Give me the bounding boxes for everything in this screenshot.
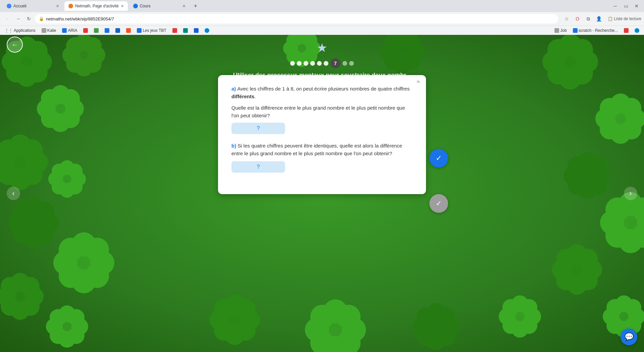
tab-netmath[interactable]: Netmath, Page d'activité ✕	[64, 1, 128, 11]
svg-point-41	[52, 164, 66, 178]
minimize-button[interactable]: ─	[610, 1, 620, 11]
svg-point-71	[21, 297, 40, 316]
svg-point-59	[59, 238, 83, 262]
apps-grid-icon: ⋮⋮	[5, 28, 13, 33]
question-label-b: b)	[231, 143, 237, 149]
bookmark-globe[interactable]	[633, 27, 641, 34]
apps-button[interactable]: ⋮⋮ Applications	[3, 27, 38, 34]
bookmark-maps[interactable]	[92, 27, 101, 34]
bookmark-scratch[interactable]: scratch - Recherche...	[571, 27, 620, 34]
bookmark-ms[interactable]	[124, 27, 133, 34]
question-bold-a: différents	[231, 94, 254, 99]
svg-point-97	[600, 119, 620, 139]
answer-input-a[interactable]: ?	[231, 123, 285, 134]
bookmark-kalie[interactable]: Kalie	[40, 27, 58, 34]
question-text-a-part1: Avec les chiffres de 1 à 8, on peut écri…	[237, 86, 410, 92]
answer-input-b[interactable]: ?	[231, 161, 285, 173]
close-window-button[interactable]: ✕	[632, 1, 641, 11]
svg-point-124	[556, 270, 576, 290]
answer-placeholder-a: ?	[257, 125, 260, 131]
svg-point-77	[50, 309, 66, 326]
bookmark-scratch-label: scratch - Recherche...	[579, 28, 618, 33]
blue2-icon	[205, 28, 209, 33]
reload-button[interactable]: ↻	[24, 14, 34, 23]
bookmark-job[interactable]: Job	[552, 27, 569, 34]
question-section-b: b) Si les quatre chiffres peuvent être i…	[231, 142, 413, 173]
bookmark-star-button[interactable]: ☆	[562, 14, 572, 23]
svg-point-115	[605, 224, 630, 248]
svg-point-106	[568, 176, 586, 195]
reading-list-button[interactable]: 📋 Liste de lecture	[608, 16, 641, 21]
bitwarden-icon	[194, 28, 199, 33]
svg-point-80	[68, 327, 85, 344]
bookmark-aria-icon	[62, 28, 67, 33]
bookmark-red[interactable]	[170, 27, 179, 34]
bookmark-facebook[interactable]	[103, 27, 111, 34]
extensions-button[interactable]: ⧉	[584, 14, 593, 23]
bookmark-aria[interactable]: ARIA	[60, 27, 79, 34]
check-button-b[interactable]: ✓	[429, 194, 448, 213]
tab-favicon-accueil	[7, 4, 11, 8]
scratch-icon	[573, 28, 578, 33]
flag-icon[interactable]: ⚑	[416, 79, 421, 85]
svg-point-167	[310, 305, 334, 329]
svg-point-176	[417, 307, 435, 326]
address-bar[interactable]: 🔒 netmaths.net/wbk/slp/8852E9054/7	[35, 14, 558, 23]
bookmark-k[interactable]	[113, 27, 122, 34]
dot-2	[297, 61, 302, 66]
chat-button[interactable]: 💬	[621, 329, 637, 345]
dot-8	[342, 61, 347, 66]
maps-icon	[94, 28, 99, 33]
main-content: ← ★ 7 Utiliser des processus mentaux pou…	[0, 35, 644, 352]
prev-arrow-icon: ‹	[12, 189, 14, 198]
bookmark-kalie-label: Kalie	[47, 28, 56, 33]
svg-point-123	[578, 249, 598, 269]
tab-accueil[interactable]: Accueil ✕	[3, 1, 63, 11]
bookmarks-bar: ⋮⋮ Applications Kalie ARIA	[0, 25, 644, 35]
svg-point-185	[502, 299, 519, 316]
tab-label-netmath: Netmath, Page d'activité	[75, 4, 119, 8]
svg-point-61	[59, 264, 83, 288]
svg-point-161	[235, 320, 256, 341]
svg-point-26	[61, 109, 80, 128]
gmail-icon	[83, 28, 88, 33]
bookmark-green2[interactable]	[181, 27, 190, 34]
question-text-a: a) Avec les chiffres de 1 à 8, on peut é…	[231, 85, 413, 100]
bookmark-kalie-icon	[42, 28, 46, 33]
tab-close-cours[interactable]: ✕	[182, 4, 185, 8]
next-arrow-icon: ›	[629, 189, 632, 198]
forward-nav-button[interactable]: →	[13, 14, 23, 23]
green2-icon	[183, 28, 188, 33]
question-text-a-end: .	[254, 94, 256, 99]
tab-bar: Accueil ✕ Netmath, Page d'activité ✕ Cou…	[0, 0, 644, 12]
tab-favicon-netmath	[68, 4, 73, 8]
globe-icon	[635, 28, 639, 33]
back-nav-button[interactable]: ←	[3, 14, 12, 23]
job-icon	[554, 28, 559, 33]
svg-point-52	[13, 223, 33, 243]
profile-button[interactable]: 👤	[594, 14, 604, 23]
bookmark-gmail[interactable]	[81, 27, 90, 34]
restore-button[interactable]: ▭	[621, 1, 631, 11]
opera-button[interactable]: O	[573, 14, 582, 23]
bookmark-blue2[interactable]	[203, 27, 211, 34]
svg-point-113	[605, 197, 630, 222]
browser-right-icons: ☆ O ⧉ 👤	[562, 14, 604, 23]
progress-dots: 7	[290, 58, 354, 68]
svg-point-43	[52, 180, 66, 194]
star-icon: ★	[317, 41, 327, 55]
next-button[interactable]: ›	[624, 187, 637, 200]
tab-cours[interactable]: Cours ✕	[129, 1, 190, 11]
tab-close-accueil[interactable]: ✕	[56, 4, 59, 8]
question-label-a: a)	[231, 86, 237, 92]
svg-point-132	[625, 299, 641, 316]
svg-point-98	[621, 119, 641, 139]
prev-button[interactable]: ‹	[7, 187, 20, 200]
bookmark-bitwarden[interactable]	[192, 27, 201, 34]
tab-close-netmath[interactable]: ✕	[121, 4, 124, 8]
check-button-a[interactable]: ✓	[429, 149, 448, 168]
bookmark-jeux[interactable]: Les jeux TBT	[135, 27, 168, 34]
bookmark-extra-red[interactable]	[622, 27, 631, 34]
new-tab-button[interactable]: +	[191, 1, 200, 11]
svg-point-62	[85, 264, 109, 288]
